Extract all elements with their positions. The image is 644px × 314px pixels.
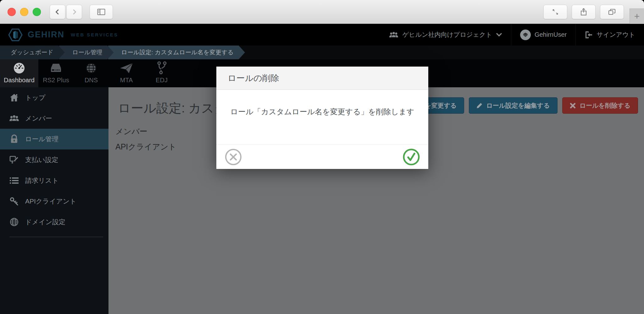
app-header: GEHIRN WEB SERVICES ゲヒルン社内向けプロジェクト Gehir… — [0, 24, 644, 46]
breadcrumb-item-role-settings[interactable]: ロール設定: カスタムロール名を変更する — [108, 46, 245, 59]
gauge-icon — [13, 62, 25, 74]
globe-icon — [85, 62, 97, 74]
sidebar-item-label: 請求リスト — [25, 176, 58, 185]
forward-button[interactable] — [66, 5, 82, 19]
git-branch-icon — [156, 62, 167, 74]
sidebar-item-label: ドメイン設定 — [25, 218, 65, 226]
signout-label: サインアウト — [597, 30, 635, 39]
lock-icon — [9, 134, 19, 144]
check-circle-icon — [402, 148, 420, 166]
breadcrumb-item-dashboard[interactable]: ダッシュボード — [0, 46, 65, 59]
tab-dashboard[interactable]: Dashboard — [0, 59, 38, 87]
modal-header: ロールの削除 — [216, 67, 428, 90]
gehirn-logo-icon — [8, 28, 23, 42]
sidebar-item-roles[interactable]: ロール管理 — [0, 129, 108, 149]
plus-icon: + — [634, 11, 640, 22]
tab-label: DNS — [85, 77, 98, 84]
tab-label: EDJ — [156, 77, 168, 84]
sidebar-item-label: APIクライアント — [25, 197, 76, 206]
tab-label: MTA — [120, 77, 133, 84]
svg-text:¥: ¥ — [11, 160, 14, 164]
server-icon — [49, 62, 63, 74]
tab-rs2-plus[interactable]: RS2 Plus — [38, 59, 74, 87]
zoom-window-button[interactable] — [33, 8, 41, 16]
tabs-icon — [608, 8, 616, 15]
sidebar-item-label: 支払い設定 — [25, 155, 58, 164]
tab-label: Dashboard — [4, 77, 35, 84]
sidebar-item-label: メンバー — [25, 114, 52, 123]
delete-role-button[interactable]: ロールを削除する — [562, 97, 638, 114]
users-icon — [9, 114, 19, 122]
api-clients-link[interactable]: APIクライアント — [115, 142, 176, 152]
chevron-right-icon — [71, 8, 78, 15]
x-circle-icon — [225, 148, 242, 166]
delete-role-modal: ロールの削除 ロール「カスタムロール名を変更する」を削除します — [216, 67, 428, 169]
project-label: ゲヒルン社内向けプロジェクト — [402, 30, 492, 39]
invoice-list-icon — [9, 177, 19, 184]
cancel-button[interactable] — [225, 148, 242, 166]
traffic-lights — [8, 8, 41, 16]
back-button[interactable] — [50, 5, 65, 19]
brand-logo[interactable]: GEHIRN WEB SERVICES — [0, 28, 118, 42]
breadcrumb: ダッシュボード ロール管理 ロール設定: カスタムロール名を変更する — [0, 46, 644, 59]
avatar — [520, 30, 531, 40]
tab-edj[interactable]: EDJ — [144, 59, 179, 87]
button-label: ロール設定を編集する — [486, 101, 550, 110]
x-icon — [570, 103, 576, 109]
signout-icon — [585, 31, 593, 39]
sidebar-toggle-button[interactable] — [90, 5, 113, 19]
tab-dns[interactable]: DNS — [74, 59, 109, 87]
brand-name: GEHIRN — [28, 30, 64, 40]
breadcrumb-item-roles[interactable]: ロール管理 — [59, 46, 114, 59]
sidebar-item-members[interactable]: メンバー — [0, 108, 108, 129]
fullscreen-icon — [552, 8, 559, 15]
share-icon — [580, 8, 587, 16]
user-name: GehirnUser — [535, 31, 567, 38]
sidebar-item-payment[interactable]: ¥ 支払い設定 — [0, 149, 108, 170]
sidebar-item-invoices[interactable]: 請求リスト — [0, 170, 108, 191]
chevron-down-icon — [496, 33, 502, 37]
sidebar-item-label: トップ — [25, 93, 45, 102]
sidebar-item-api-clients[interactable]: APIクライアント — [0, 191, 108, 212]
role-action-buttons: ロール名を変更する ロール設定を編集する ロールを削除する — [392, 97, 638, 114]
confirm-button[interactable] — [402, 148, 420, 166]
project-switcher[interactable]: ゲヒルン社内向けプロジェクト — [380, 24, 511, 46]
payment-icon: ¥ — [9, 155, 19, 165]
paper-plane-icon — [119, 62, 133, 74]
edit-role-settings-button[interactable]: ロール設定を編集する — [469, 97, 557, 114]
sidebar-item-top[interactable]: トップ — [0, 87, 108, 108]
sidebar: トップ メンバー ロール管理 ¥ 支払い設定 請求リスト APIクライアント — [0, 87, 108, 314]
user-menu[interactable]: GehirnUser — [511, 24, 575, 46]
users-icon — [389, 31, 399, 39]
brand-suffix: WEB SERVICES — [71, 32, 118, 37]
button-label: ロールを削除する — [580, 101, 630, 110]
globe-icon — [9, 217, 19, 227]
sidebar-item-domains[interactable]: ドメイン設定 — [0, 212, 108, 232]
close-window-button[interactable] — [8, 8, 16, 16]
minimize-window-button[interactable] — [20, 8, 28, 16]
pencil-icon — [476, 103, 482, 109]
tab-label: RS2 Plus — [43, 77, 69, 84]
signout-button[interactable]: サインアウト — [575, 24, 644, 46]
sidebar-item-label: ロール管理 — [25, 135, 58, 143]
fullscreen-button[interactable] — [543, 5, 567, 19]
modal-title: ロールの削除 — [228, 73, 279, 84]
new-tab-button[interactable]: + — [630, 8, 644, 24]
tab-mta[interactable]: MTA — [109, 59, 144, 87]
chevron-left-icon — [54, 8, 61, 15]
members-link[interactable]: メンバー — [115, 126, 176, 137]
modal-footer — [216, 144, 428, 169]
home-icon — [9, 93, 19, 102]
modal-body: ロール「カスタムロール名を変更する」を削除します — [216, 90, 428, 144]
tab-overview-button[interactable] — [600, 5, 624, 19]
modal-message: ロール「カスタムロール名を変更する」を削除します — [230, 107, 414, 144]
sidebar-divider — [9, 237, 103, 237]
sidebar-icon — [97, 8, 105, 15]
share-button[interactable] — [572, 5, 596, 19]
browser-toolbar: + — [0, 0, 644, 24]
key-icon — [9, 197, 19, 206]
